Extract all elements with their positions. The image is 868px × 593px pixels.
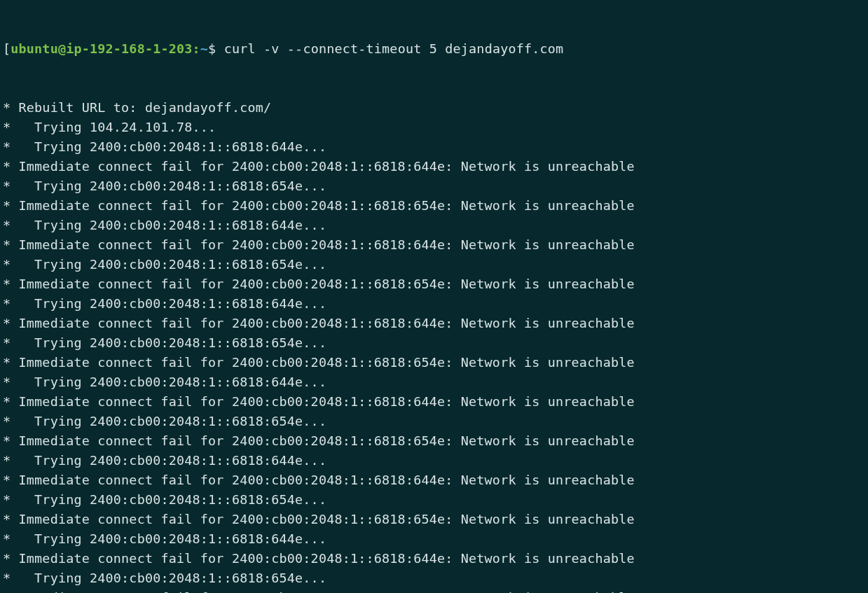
output-line: * Immediate connect fail for 2400:cb00:2… <box>3 274 865 294</box>
output-line: * Trying 2400:cb00:2048:1::6818:644e... <box>3 451 865 470</box>
prompt-line: [ubuntu@ip-192-168-1-203:~$ curl -v --co… <box>3 39 865 59</box>
output-line: * Immediate connect fail for 2400:cb00:2… <box>3 314 865 333</box>
output-line: * Immediate connect fail for 2400:cb00:2… <box>3 431 865 451</box>
output-line: * Immediate connect fail for 2400:cb00:2… <box>3 353 865 372</box>
output-line: * Trying 2400:cb00:2048:1::6818:644e... <box>3 294 865 314</box>
output-line: * Immediate connect fail for 2400:cb00:2… <box>3 588 865 593</box>
output-line: * Trying 2400:cb00:2048:1::6818:654e... <box>3 255 865 274</box>
output-line: * Trying 2400:cb00:2048:1::6818:654e... <box>3 490 865 510</box>
prompt-path: ~ <box>200 41 208 56</box>
output-line: * Trying 2400:cb00:2048:1::6818:654e... <box>3 412 865 431</box>
terminal[interactable]: [ubuntu@ip-192-168-1-203:~$ curl -v --co… <box>0 0 868 593</box>
output-line: * Immediate connect fail for 2400:cb00:2… <box>3 470 865 490</box>
output-line: * Trying 2400:cb00:2048:1::6818:644e... <box>3 372 865 392</box>
output-line: * Trying 2400:cb00:2048:1::6818:654e... <box>3 176 865 196</box>
output-line: * Immediate connect fail for 2400:cb00:2… <box>3 392 865 412</box>
output-line: * Trying 2400:cb00:2048:1::6818:644e... <box>3 529 865 549</box>
prompt-separator: : <box>193 41 200 56</box>
output-line: * Rebuilt URL to: dejandayoff.com/ <box>3 98 865 118</box>
output-line: * Immediate connect fail for 2400:cb00:2… <box>3 196 865 216</box>
output-line: * Immediate connect fail for 2400:cb00:2… <box>3 157 865 176</box>
terminal-output: * Rebuilt URL to: dejandayoff.com/* Tryi… <box>3 98 865 593</box>
command-text: curl -v --connect-timeout 5 dejandayoff.… <box>224 41 564 56</box>
prompt-user-host: ubuntu@ip-192-168-1-203 <box>11 41 192 56</box>
output-line: * Trying 2400:cb00:2048:1::6818:654e... <box>3 568 865 588</box>
output-line: * Trying 2400:cb00:2048:1::6818:654e... <box>3 333 865 353</box>
output-line: * Immediate connect fail for 2400:cb00:2… <box>3 510 865 529</box>
output-line: * Trying 2400:cb00:2048:1::6818:644e... <box>3 216 865 235</box>
prompt-open-bracket: [ <box>3 41 11 56</box>
output-line: * Immediate connect fail for 2400:cb00:2… <box>3 235 865 255</box>
output-line: * Immediate connect fail for 2400:cb00:2… <box>3 549 865 568</box>
output-line: * Trying 104.24.101.78... <box>3 118 865 137</box>
prompt-dollar: $ <box>208 41 224 56</box>
output-line: * Trying 2400:cb00:2048:1::6818:644e... <box>3 137 865 157</box>
